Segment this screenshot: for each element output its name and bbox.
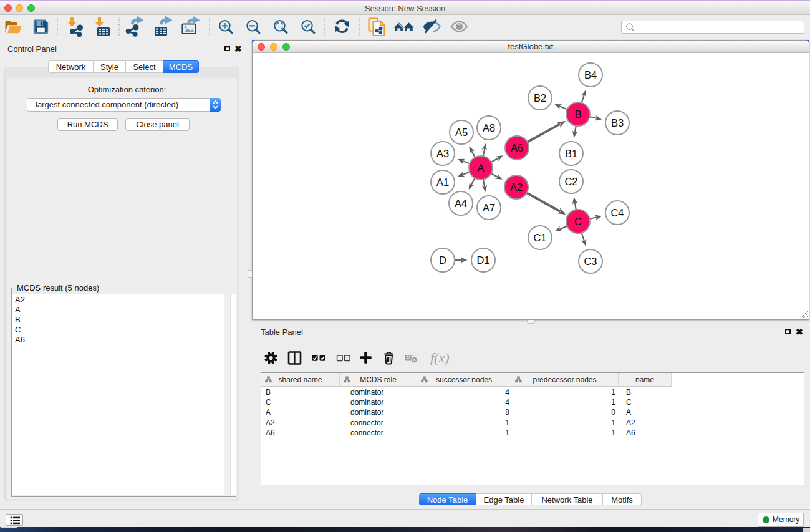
svg-text:D1: D1: [476, 254, 489, 266]
svg-text:A5: A5: [455, 127, 468, 138]
svg-text:A2: A2: [510, 181, 523, 193]
svg-text:C: C: [574, 216, 582, 227]
svg-text:B3: B3: [611, 117, 624, 128]
svg-text:A7: A7: [483, 202, 495, 213]
svg-text:A1: A1: [436, 177, 449, 188]
svg-text:A3: A3: [436, 148, 449, 159]
svg-text:B1: B1: [565, 148, 577, 159]
svg-text:B2: B2: [534, 92, 546, 104]
svg-text:C2: C2: [564, 176, 577, 187]
svg-text:B4: B4: [584, 69, 597, 80]
svg-text:f(x): f(x): [430, 350, 450, 365]
svg-text:A4: A4: [455, 198, 467, 209]
svg-text:C4: C4: [610, 207, 624, 218]
svg-text:C3: C3: [584, 256, 597, 267]
svg-text:C1: C1: [533, 232, 546, 243]
svg-text:A: A: [477, 162, 484, 173]
svg-text:D: D: [439, 254, 446, 266]
svg-text:B: B: [574, 109, 581, 120]
svg-text:A8: A8: [483, 122, 495, 133]
svg-text:A6: A6: [511, 142, 523, 153]
